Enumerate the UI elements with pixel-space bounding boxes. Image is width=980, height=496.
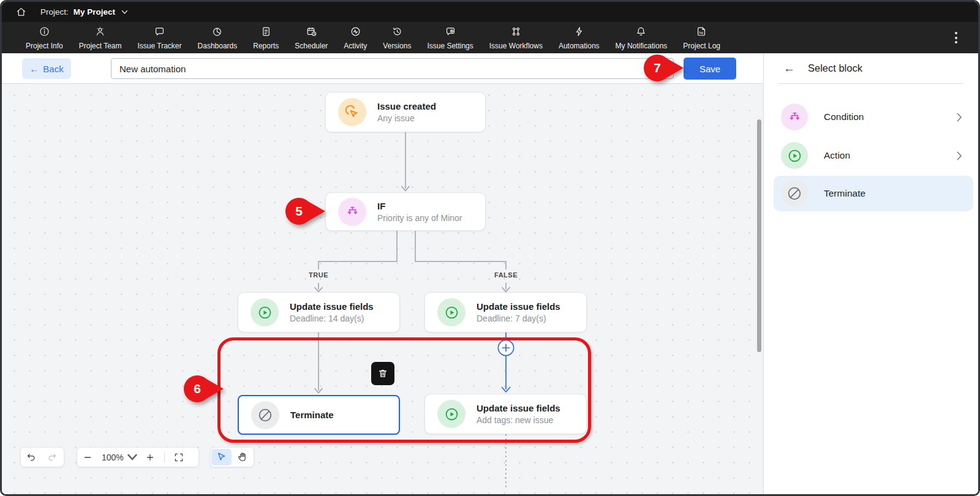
panel-header: ← Select block xyxy=(764,53,978,83)
canvas-vertical-scrollbar[interactable] xyxy=(757,119,761,352)
chevron-right-icon xyxy=(957,113,962,122)
overflow-menu-icon[interactable] xyxy=(952,29,960,46)
top-bar: Project: My Project xyxy=(2,2,978,22)
flow-block-add-tags[interactable]: Update issue fields Add tags: new issue xyxy=(424,394,587,434)
redo-button[interactable] xyxy=(42,448,62,467)
nav-activity[interactable]: Activity xyxy=(336,22,375,53)
block-option-action[interactable]: Action xyxy=(774,138,973,173)
redo-icon xyxy=(47,452,58,463)
divider xyxy=(164,453,165,462)
action-play-icon xyxy=(437,400,466,428)
terminate-block-icon xyxy=(781,180,808,207)
condition-branch-icon xyxy=(781,103,808,130)
trash-icon xyxy=(377,367,389,380)
nav-project-info[interactable]: Project Info xyxy=(18,22,71,53)
nav-versions[interactable]: Versions xyxy=(375,22,419,53)
home-icon[interactable] xyxy=(15,6,27,18)
app-window: Project: My Project Project Info Project… xyxy=(0,0,980,496)
chevron-down-icon xyxy=(127,452,138,463)
automation-name-input[interactable] xyxy=(111,58,674,79)
panel-divider xyxy=(778,83,963,84)
nav-project-team[interactable]: Project Team xyxy=(71,22,130,53)
svg-text:log: log xyxy=(699,31,704,34)
issue-tracker-icon xyxy=(154,26,165,40)
true-branch-label: TRUE xyxy=(309,271,328,279)
left-arrow-icon: ← xyxy=(29,64,39,74)
minus-icon xyxy=(82,452,93,463)
flow-block-issue-created[interactable]: Issue created Any issue xyxy=(325,92,486,132)
issue-created-trigger-icon xyxy=(338,98,366,126)
nav-reports[interactable]: Reports xyxy=(245,22,287,53)
flow-block-terminate[interactable]: Terminate xyxy=(238,395,400,435)
info-icon xyxy=(39,26,50,40)
zoom-controls-group: 100% xyxy=(77,447,199,467)
zoom-in-button[interactable] xyxy=(140,448,160,467)
automations-icon xyxy=(573,26,585,40)
flow-block-if-condition[interactable]: IF Priority is any of Minor xyxy=(325,192,486,231)
nav-project-log[interactable]: log Project Log xyxy=(675,22,728,53)
terminate-block-icon xyxy=(251,401,279,429)
flow-block-update-deadline-7[interactable]: Update issue fields Deadline: 7 day(s) xyxy=(424,292,587,333)
action-play-icon xyxy=(251,298,279,326)
team-icon xyxy=(94,26,106,40)
hand-icon xyxy=(237,451,249,463)
plus-icon xyxy=(145,452,156,463)
module-nav-bar: Project Info Project Team Issue Tracker … xyxy=(2,22,978,53)
select-block-panel: ← Select block Condition Action xyxy=(763,53,978,494)
fullscreen-icon xyxy=(173,452,184,463)
project-log-icon: log xyxy=(696,26,707,40)
zoom-preset-dropdown[interactable] xyxy=(125,448,140,467)
versions-icon xyxy=(391,26,403,40)
fit-to-screen-button[interactable] xyxy=(168,448,189,467)
undo-button[interactable] xyxy=(21,448,42,467)
automation-flow-canvas[interactable]: Issue created Any issue IF Priority is a… xyxy=(2,84,763,494)
issue-workflows-icon xyxy=(510,26,522,40)
project-name[interactable]: My Project xyxy=(74,7,115,17)
undo-redo-group xyxy=(20,447,64,467)
project-label: Project: xyxy=(40,7,69,17)
block-option-condition[interactable]: Condition xyxy=(774,99,973,135)
chevron-down-icon[interactable] xyxy=(121,10,128,15)
pointer-tools-group xyxy=(210,447,254,467)
nav-scheduler[interactable]: Scheduler xyxy=(287,22,336,53)
dashboards-icon xyxy=(211,26,223,40)
action-play-icon xyxy=(781,142,808,169)
panel-back-arrow-icon[interactable]: ← xyxy=(783,62,795,75)
zoom-out-button[interactable] xyxy=(77,448,98,467)
block-option-terminate[interactable]: Terminate xyxy=(774,176,973,211)
nav-issue-tracker[interactable]: Issue Tracker xyxy=(130,22,190,53)
nav-issue-workflows[interactable]: Issue Workflows xyxy=(481,22,551,53)
add-block-plus-icon[interactable] xyxy=(497,339,514,356)
false-branch-label: FALSE xyxy=(494,271,518,279)
nav-issue-settings[interactable]: Issue Settings xyxy=(419,22,481,53)
action-play-icon xyxy=(437,298,466,326)
back-button[interactable]: ← Back xyxy=(22,58,71,79)
condition-branch-icon xyxy=(338,198,366,226)
scheduler-icon xyxy=(306,26,317,40)
notifications-icon xyxy=(635,26,647,40)
activity-icon xyxy=(350,26,361,40)
pan-tool-button[interactable] xyxy=(233,449,253,465)
select-tool-button[interactable] xyxy=(211,449,232,465)
reports-icon xyxy=(260,26,272,40)
zoom-level-value[interactable]: 100% xyxy=(102,453,124,462)
panel-title: Select block xyxy=(808,62,862,74)
nav-my-notifications[interactable]: My Notifications xyxy=(608,22,676,53)
nav-dashboards[interactable]: Dashboards xyxy=(190,22,246,53)
pointer-cursor-icon xyxy=(216,451,227,463)
nav-automations[interactable]: Automations xyxy=(551,22,608,53)
chevron-right-icon xyxy=(957,151,962,160)
flow-block-update-deadline-14[interactable]: Update issue fields Deadline: 14 day(s) xyxy=(238,292,400,333)
undo-icon xyxy=(26,452,37,463)
automation-toolbar: ← Back Save xyxy=(2,53,763,84)
delete-block-button[interactable] xyxy=(371,362,394,385)
save-button[interactable]: Save xyxy=(684,58,736,80)
issue-settings-icon xyxy=(445,26,456,40)
